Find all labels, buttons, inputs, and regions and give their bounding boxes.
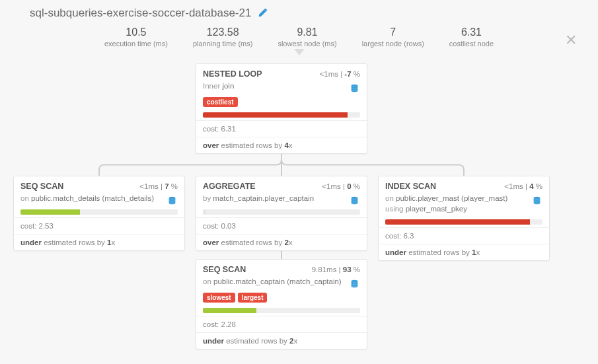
plan-node[interactable]: SEQ SCAN<1ms | 7 %on public.match_detail…: [13, 176, 185, 251]
edit-icon[interactable]: [258, 9, 267, 18]
database-icon: [350, 279, 359, 288]
badge-largest: largest: [238, 293, 268, 303]
node-sub: Inner join: [196, 80, 367, 96]
svg-point-3: [534, 197, 541, 200]
node-timing: <1ms | 0 %: [322, 182, 360, 190]
node-estimate: under estimated rows by 1x: [379, 244, 549, 260]
stats-row: 10.5 execution time (ms) 123.58 planning…: [0, 22, 598, 50]
node-header: SEQ SCAN9.81ms | 93 %: [196, 260, 367, 275]
node-op: SEQ SCAN: [203, 265, 246, 274]
page-title: sql-subqueries-exercise-soccer-database-…: [30, 7, 251, 20]
node-timing: 9.81ms | 93 %: [312, 266, 360, 273]
stat-execution-time: 10.5 execution time (ms): [104, 26, 168, 48]
node-estimate: over estimated rows by 4x: [196, 137, 367, 153]
node-header: NESTED LOOP<1ms | -7 %: [196, 64, 367, 80]
database-icon: [168, 196, 176, 205]
plan-node[interactable]: INDEX SCAN<1ms | 4 %on public.player_mas…: [378, 176, 550, 261]
node-header: INDEX SCAN<1ms | 4 %: [379, 176, 549, 192]
svg-point-1: [169, 197, 176, 200]
cost-bar: [14, 208, 184, 217]
node-sub: on public.match_captain (match_captain): [196, 275, 367, 291]
node-op: SEQ SCAN: [20, 182, 63, 191]
node-estimate: under estimated rows by 1x: [14, 234, 184, 250]
node-sub: by match_captain.player_captain: [196, 192, 367, 208]
database-icon: [350, 196, 359, 205]
plan-node[interactable]: AGGREGATE<1ms | 0 %by match_captain.play…: [196, 176, 367, 251]
node-sub: on public.player_mast (player_mast)using…: [379, 192, 549, 218]
node-cost: cost: 6.31: [196, 120, 367, 137]
cost-bar: [196, 111, 367, 120]
plan-node[interactable]: SEQ SCAN9.81ms | 93 %on public.match_cap…: [196, 259, 367, 349]
node-op: AGGREGATE: [203, 182, 256, 191]
cost-bar: [196, 307, 367, 316]
node-timing: <1ms | 4 %: [504, 182, 542, 190]
node-cost: cost: 6.3: [379, 227, 549, 244]
node-header: AGGREGATE<1ms | 0 %: [196, 176, 367, 192]
node-badges: slowestlargest: [196, 291, 367, 307]
node-header: SEQ SCAN<1ms | 7 %: [14, 176, 184, 192]
svg-point-0: [352, 85, 358, 87]
stat-planning-time: 123.58 planning time (ms): [193, 26, 252, 48]
database-icon: [533, 196, 541, 205]
stat-largest-node: 7 largest node (rows): [362, 26, 424, 48]
node-timing: <1ms | -7 %: [320, 70, 360, 78]
badge-slowest: slowest: [203, 293, 235, 303]
node-cost: cost: 0.03: [196, 217, 367, 234]
node-sub: on public.match_details (match_details): [14, 192, 184, 208]
node-estimate: under estimated rows by 2x: [196, 332, 367, 349]
cost-bar: [379, 218, 549, 227]
svg-point-4: [352, 280, 358, 283]
cost-bar: [196, 208, 367, 217]
pointer-icon: [294, 49, 305, 55]
node-estimate: over estimated rows by 2x: [196, 234, 367, 250]
stat-costliest-node: 6.31 costliest node: [449, 26, 494, 48]
badge-costliest: costliest: [203, 97, 238, 107]
svg-point-2: [352, 197, 358, 200]
node-op: NESTED LOOP: [203, 69, 262, 79]
plan-tree: NESTED LOOP<1ms | -7 %Inner joincostlies…: [0, 50, 598, 347]
node-badges: costliest: [196, 96, 367, 111]
node-cost: cost: 2.28: [196, 316, 367, 332]
title-bar: sql-subqueries-exercise-soccer-database-…: [0, 0, 598, 22]
node-cost: cost: 2.53: [14, 217, 184, 234]
node-op: INDEX SCAN: [385, 182, 436, 191]
node-timing: <1ms | 7 %: [139, 182, 178, 190]
stat-slowest-node: 9.81 slowest node (ms): [278, 26, 336, 48]
plan-node[interactable]: NESTED LOOP<1ms | -7 %Inner joincostlies…: [196, 63, 367, 154]
close-icon[interactable]: ✕: [565, 32, 577, 49]
database-icon: [350, 84, 359, 92]
